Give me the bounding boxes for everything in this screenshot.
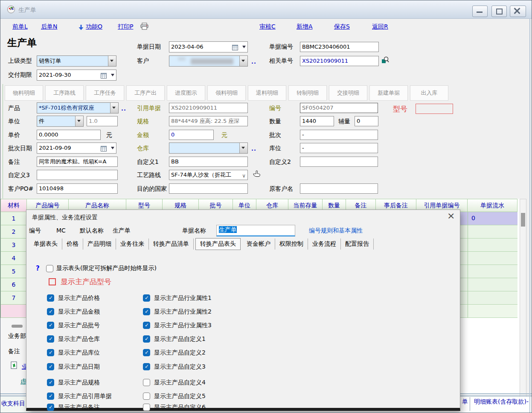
product-dropdown-icon[interactable]	[110, 103, 118, 113]
tab-process-task[interactable]: 工序任务	[86, 85, 124, 101]
remark-field[interactable]: 间常用的魔术贴。纸箱K=A	[37, 157, 118, 167]
row-number[interactable]: 2	[0, 225, 27, 238]
toolbar-audit[interactable]: 审核C	[259, 23, 276, 31]
product-combo[interactable]: *SF-701棕色有背双座	[37, 102, 119, 113]
unit-factor-field[interactable]: 1.0	[87, 116, 118, 126]
parent-type-dropdown-icon[interactable]	[108, 56, 116, 66]
price-field[interactable]: 0.0000	[37, 130, 101, 140]
route-dropdown-icon[interactable]: ∨	[242, 172, 246, 180]
dialog-tab-convert-header[interactable]: 转换产品表头	[195, 238, 241, 250]
tab-process-route[interactable]: 工序路线	[45, 85, 84, 101]
help-icon[interactable]: ?	[36, 265, 40, 272]
minimize-button[interactable]	[472, 6, 488, 17]
tab-in-out-stock[interactable]: 出入库	[410, 85, 448, 101]
parent-type-combo[interactable]: 销售订单	[37, 55, 116, 67]
customer-combo[interactable]	[169, 55, 248, 67]
tab-transfer-detail[interactable]: 转制明细	[288, 85, 327, 101]
checkbox-show-industry-attr2[interactable]: 显示主产品行业属性2	[143, 307, 212, 316]
toolbar-next-doc[interactable]: 后单N	[41, 23, 57, 31]
batch-date-field[interactable]: 2021-09-09	[37, 143, 116, 154]
toolbar-function-menu[interactable]: 功能O	[86, 23, 102, 31]
customer-po-field[interactable]: 1010498	[37, 183, 118, 194]
dialog-tab-workflow[interactable]: 业务流程	[308, 238, 341, 250]
checkbox-show-price[interactable]: 显示主产品价格	[47, 294, 100, 302]
dialog-tab-report-config[interactable]: 配置报告	[341, 238, 374, 250]
orig-customer-field[interactable]	[300, 183, 378, 194]
checkbox-show-header[interactable]	[46, 265, 53, 272]
tab-process-output[interactable]: 工序产出	[126, 85, 165, 101]
doc-refresh-icon[interactable]	[11, 361, 17, 371]
bottom-left-tab[interactable]: 收支科目	[1, 400, 25, 407]
route-select[interactable]: SF-74单人沙发（折花工 ∨	[169, 170, 248, 180]
dialog-tab-product-detail[interactable]: 产品明细	[83, 238, 116, 250]
row-number[interactable]: 5	[0, 265, 27, 278]
code-field[interactable]: SF0504207	[300, 103, 378, 113]
col-header-material[interactable]: 材料	[0, 199, 27, 212]
splitter-handle[interactable]	[12, 325, 23, 328]
bottom-tab-detail-ledger[interactable]: 明细账表(含存取款)-	[474, 398, 532, 406]
vertical-scrollbar[interactable]	[520, 199, 526, 403]
pointing-hand-icon[interactable]	[253, 170, 261, 179]
amount-field[interactable]: 0	[169, 130, 214, 140]
dialog-tab-fund-account[interactable]: 资金帐户	[242, 238, 275, 250]
unit-combo[interactable]: 件	[37, 116, 84, 127]
tab-progress-chart[interactable]: 进度图示	[167, 85, 205, 101]
warehouse-combo[interactable]	[169, 143, 248, 154]
doc-date-field[interactable]: 2023-04-06	[169, 41, 248, 52]
dialog-doc-name-input[interactable]: 生产单	[216, 225, 295, 236]
checkbox-show-batch[interactable]: 显示主产品批号	[47, 321, 100, 329]
customer-more-button[interactable]: ..	[251, 58, 256, 65]
checkbox-show-location[interactable]: 显示主产品库位	[47, 348, 100, 357]
model-field[interactable]	[416, 104, 453, 114]
toolbar-back[interactable]: 返回R	[372, 23, 388, 31]
toolbar-prev-doc[interactable]: 前单L	[12, 23, 28, 31]
checkbox-show-spec[interactable]: 显示主产品规格	[47, 378, 100, 387]
printer-icon[interactable]	[140, 23, 148, 32]
numbering-rules-link[interactable]: 编号规则和基本属性	[309, 227, 363, 235]
warehouse-more-button[interactable]: ..	[251, 145, 256, 152]
checkbox-show-date[interactable]: 显示主产品日期	[47, 362, 100, 371]
dialog-tab-doc-header[interactable]: 单据表头	[29, 238, 62, 250]
checkbox-show-custom3[interactable]: 显示主产品自定义3	[143, 362, 206, 371]
row-number[interactable]: 3	[0, 238, 27, 252]
checkbox-show-custom4[interactable]: 显示主产品自定义4	[143, 378, 206, 387]
calendar-icon[interactable]	[232, 44, 238, 52]
row-number[interactable]: 7	[0, 291, 27, 305]
checkbox-show-custom2[interactable]: 显示主产品自定义2	[143, 348, 206, 357]
row-number[interactable]: 1	[0, 212, 27, 225]
doc-no-field[interactable]: BBMC230406001	[300, 42, 379, 52]
dialog-tab-convert-list[interactable]: 转换产品清单	[149, 238, 194, 250]
batch-date-dropdown-icon[interactable]	[111, 147, 114, 151]
aux-qty-field[interactable]: 0	[355, 116, 378, 126]
lookup-magnifier-icon[interactable]	[381, 56, 390, 66]
col-header-doc-serial[interactable]: 单据流水	[468, 199, 517, 212]
close-button[interactable]	[510, 6, 526, 17]
function-dropdown-arrow-icon[interactable]	[78, 24, 84, 32]
bottom-tab-doc[interactable]: 单	[462, 398, 468, 406]
deadline-field[interactable]: 2021-09-30	[37, 70, 116, 81]
dialog-tab-permission[interactable]: 权限控制	[275, 238, 308, 250]
insert-row-marker[interactable]	[0, 305, 27, 318]
custom3-field[interactable]	[37, 170, 118, 180]
checkbox-show-industry-attr3[interactable]: 显示主产品行业属性3	[143, 321, 212, 329]
deadline-dropdown-icon[interactable]	[111, 74, 114, 78]
warehouse-dropdown-icon[interactable]	[239, 143, 247, 153]
dest-country-field[interactable]	[169, 183, 248, 194]
checkbox-show-custom5[interactable]: 显示主产品自定义5	[143, 392, 206, 400]
custom2-field[interactable]	[300, 157, 378, 167]
dialog-close-icon[interactable]: ×	[447, 212, 455, 220]
checkbox-show-warehouse[interactable]: 显示主产品仓库	[47, 334, 100, 343]
calendar-icon[interactable]	[101, 145, 107, 154]
tab-new-doc[interactable]: 新建单据	[369, 85, 408, 101]
calendar-icon[interactable]	[101, 72, 107, 81]
custom1-field[interactable]: BB	[169, 157, 248, 167]
scrollbar-thumb[interactable]	[521, 213, 525, 227]
customer-dropdown-icon[interactable]	[239, 56, 247, 66]
dialog-tab-business[interactable]: 业务往来	[116, 238, 149, 250]
tab-handover-detail[interactable]: 交接明细	[329, 85, 367, 101]
row-number[interactable]: 4	[0, 252, 27, 265]
checkbox-show-ref-doc[interactable]: 显示主产品引用单据	[47, 392, 112, 400]
related-no-field[interactable]: XS20210909011	[300, 56, 379, 66]
checkbox-show-remark[interactable]: 显示主产品备注	[47, 403, 100, 411]
doc-date-dropdown-icon[interactable]	[242, 46, 246, 50]
